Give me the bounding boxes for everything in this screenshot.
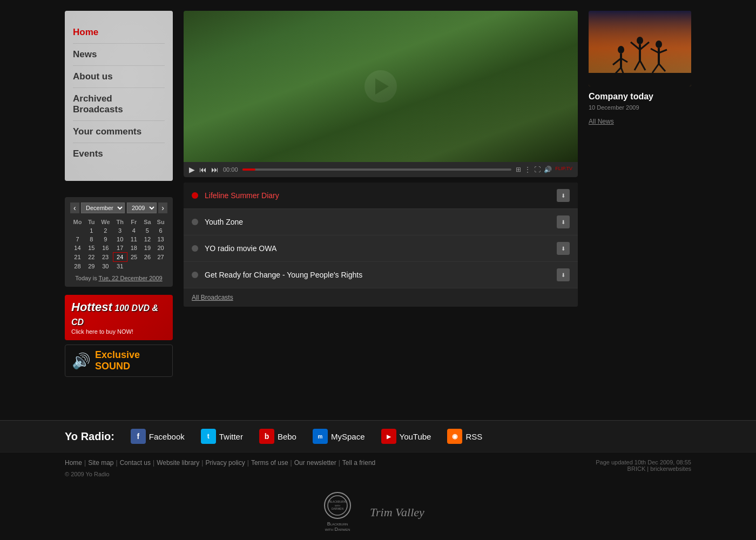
share-icon[interactable]: ⋮: [524, 166, 531, 173]
footer-link-terms[interactable]: Terms of use: [251, 459, 288, 467]
sidebar-item-archived[interactable]: Archived Broadcasts: [73, 88, 165, 121]
calendar-prev-button[interactable]: ‹: [70, 202, 79, 213]
playlist-download-icon-3[interactable]: ⬇: [557, 268, 570, 281]
footer-link-privacy[interactable]: Privacy policy: [205, 459, 245, 467]
calendar-day-3[interactable]: 3: [113, 226, 127, 235]
calendar-year-select[interactable]: 2009: [127, 202, 157, 213]
playlist-item-1[interactable]: Youth Zone ⬇: [184, 209, 578, 235]
calendar-day-15[interactable]: 15: [85, 244, 98, 253]
playlist-download-icon-0[interactable]: ⬇: [557, 189, 570, 202]
playlist-download-icon-1[interactable]: ⬇: [557, 215, 570, 228]
calendar-day-23[interactable]: 23: [98, 253, 113, 262]
calendar: ‹ December 2009 › Mo: [65, 197, 173, 287]
fullscreen-icon[interactable]: ⛶: [534, 166, 541, 173]
calendar-day-22[interactable]: 22: [85, 253, 98, 262]
calendar-day-10[interactable]: 10: [113, 235, 127, 244]
footer-sep-4: |: [201, 459, 203, 467]
footer-links: Home | Site map | Contact us | Website l…: [0, 452, 756, 484]
rss-link[interactable]: ◉ RSS: [447, 429, 482, 444]
calendar-day-30[interactable]: 30: [98, 262, 113, 271]
ad-hottest-title-text: Hottest: [71, 300, 112, 314]
calendar-day-26[interactable]: 26: [141, 253, 154, 262]
calendar-day-9[interactable]: 9: [98, 235, 113, 244]
calendar-day-31[interactable]: 31: [113, 262, 127, 271]
playlist-title-3: Get Ready for Change - Young People's Ri…: [205, 271, 557, 279]
calendar-next-button[interactable]: ›: [158, 202, 167, 213]
video-controls: ▶ ⏮ ⏭ 00:00 ⊞ ⋮ ⛶ 🔊 FLIP.TV: [184, 162, 578, 177]
calendar-day-19[interactable]: 19: [141, 244, 154, 253]
footer-link-home[interactable]: Home: [65, 459, 82, 467]
calendar-day-25[interactable]: 25: [127, 253, 140, 262]
calendar-header: ‹ December 2009 ›: [70, 202, 167, 213]
bebo-link[interactable]: b Bebo: [259, 429, 296, 444]
bebo-label: Bebo: [278, 432, 296, 441]
calendar-day-14[interactable]: 14: [70, 244, 85, 253]
next-control-button[interactable]: ⏭: [211, 165, 219, 174]
playlist-indicator-2: [192, 245, 198, 252]
footer-link-newsletter[interactable]: Our newsletter: [294, 459, 336, 467]
calendar-day-2[interactable]: 2: [98, 226, 113, 235]
sidebar-item-comments[interactable]: Your comments: [73, 121, 165, 143]
calendar-day-11[interactable]: 11: [127, 235, 140, 244]
sidebar-item-events[interactable]: Events: [73, 143, 165, 165]
calendar-day-28[interactable]: 28: [70, 262, 85, 271]
active-indicator-icon: [192, 192, 198, 199]
news-thumbnail: [589, 11, 691, 86]
playlist-item-2[interactable]: YO radio movie OWA ⬇: [184, 235, 578, 262]
calendar-day-20[interactable]: 20: [154, 244, 167, 253]
sidebar-item-home[interactable]: Home: [73, 22, 165, 44]
main-content: ▶ ⏮ ⏭ 00:00 ⊞ ⋮ ⛶ 🔊 FLIP.TV: [184, 11, 578, 409]
calendar-day-: [154, 262, 167, 271]
calendar-day-12[interactable]: 12: [141, 235, 154, 244]
calendar-day-21[interactable]: 21: [70, 253, 85, 262]
calendar-day-5[interactable]: 5: [141, 226, 154, 235]
play-control-button[interactable]: ▶: [189, 165, 195, 174]
playlist-item-0[interactable]: Lifeline Summer Diary ⬇: [184, 183, 578, 209]
footer-left: Home | Site map | Contact us | Website l…: [65, 459, 375, 477]
main-wrapper: Home News About us Archived Broadcasts Y…: [0, 0, 756, 540]
youtube-link[interactable]: ▶ YouTube: [381, 429, 431, 444]
all-news-link[interactable]: All News: [589, 118, 614, 125]
ad-sound[interactable]: 🔊 Exclusive SOUND: [65, 345, 173, 377]
playlist-download-icon-2[interactable]: ⬇: [557, 242, 570, 255]
facebook-link[interactable]: f Facebook: [131, 429, 185, 444]
calendar-month-select[interactable]: December: [81, 202, 125, 213]
subtitles-icon[interactable]: ⊞: [516, 166, 521, 173]
all-broadcasts-link[interactable]: All Broadcasts: [184, 288, 578, 307]
cal-header-tu: Tu: [85, 218, 98, 226]
calendar-today-link[interactable]: Tue, 22 December 2009: [99, 275, 163, 281]
calendar-day-18[interactable]: 18: [127, 244, 140, 253]
footer-link-friend[interactable]: Tell a friend: [342, 459, 375, 467]
video-progress-bar[interactable]: [242, 168, 512, 171]
playlist-item-3[interactable]: Get Ready for Change - Young People's Ri…: [184, 262, 578, 288]
calendar-day-6[interactable]: 6: [154, 226, 167, 235]
myspace-icon: m: [313, 429, 328, 444]
calendar-day-: [70, 226, 85, 235]
calendar-day-16[interactable]: 16: [98, 244, 113, 253]
calendar-day-29[interactable]: 29: [85, 262, 98, 271]
footer-link-library[interactable]: Website library: [157, 459, 199, 467]
calendar-day-4[interactable]: 4: [127, 226, 140, 235]
calendar-day-27[interactable]: 27: [154, 253, 167, 262]
ad-hottest[interactable]: Hottest 100 DVD & CD Click here to buy N…: [65, 295, 173, 340]
calendar-day-17[interactable]: 17: [113, 244, 127, 253]
sidebar-item-news[interactable]: News: [73, 44, 165, 66]
ad-sound-text: Exclusive SOUND: [95, 349, 166, 372]
calendar-day-1[interactable]: 1: [85, 226, 98, 235]
sidebar-item-about[interactable]: About us: [73, 66, 165, 88]
calendar-day-24[interactable]: 24: [113, 253, 127, 262]
tv-logo: Trim Valley: [367, 500, 432, 524]
footer-link-sitemap[interactable]: Site map: [88, 459, 113, 467]
video-placeholder: [184, 11, 578, 162]
prev-control-button[interactable]: ⏮: [199, 165, 207, 174]
footer-link-contact[interactable]: Contact us: [120, 459, 151, 467]
volume-icon[interactable]: 🔊: [544, 166, 552, 173]
calendar-day-7[interactable]: 7: [70, 235, 85, 244]
calendar-day-13[interactable]: 13: [154, 235, 167, 244]
calendar-day-8[interactable]: 8: [85, 235, 98, 244]
twitter-link[interactable]: t Twitter: [201, 429, 243, 444]
myspace-link[interactable]: m MySpace: [313, 429, 365, 444]
calendar-selects: December 2009: [81, 202, 157, 213]
footer-copyright: © 2009 Yo Radio: [65, 471, 375, 477]
video-extra-controls: ⊞ ⋮ ⛶ 🔊 FLIP.TV: [516, 166, 572, 173]
